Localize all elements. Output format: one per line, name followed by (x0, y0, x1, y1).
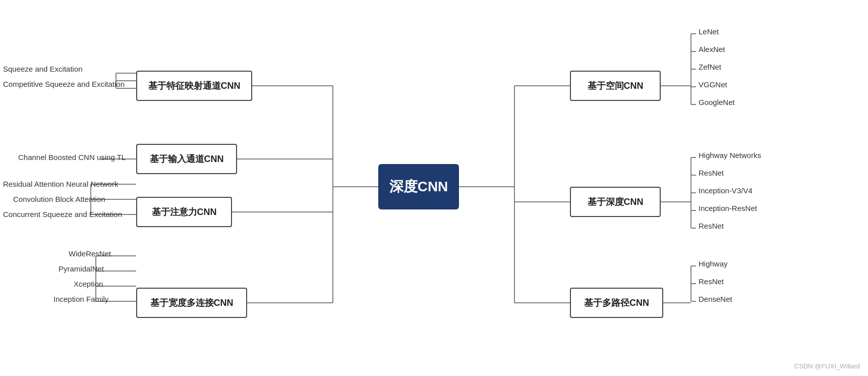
leaf-zefnet: ZefNet (699, 63, 721, 71)
leaf-squeeze-excitation: Squeeze and Excitation (3, 65, 83, 73)
box-attention-cnn: 基于注意力CNN (136, 197, 232, 227)
leaf-xception: Xception (74, 280, 103, 288)
leaf-lenet: LeNet (699, 27, 719, 36)
leaf-alexnet: AlexNet (699, 45, 725, 53)
box-deep-cnn: 基于深度CNN (570, 187, 661, 217)
leaf-competitive-squeeze: Competitive Squeeze and Excitation (3, 80, 125, 88)
mind-map-diagram: 深度CNN 基于特征映射通道CNN 基于输入通道CNN 基于注意力CNN 基于宽… (0, 0, 868, 376)
center-label: 深度CNN (389, 177, 448, 196)
center-node: 深度CNN (378, 164, 459, 209)
leaf-resnet-deep2: ResNet (699, 222, 724, 230)
leaf-channel-boosted: Channel Boosted CNN using TL (18, 153, 126, 162)
leaf-highway-networks: Highway Networks (699, 151, 761, 159)
watermark: CSDN @FUXI_Willard (794, 362, 860, 370)
leaf-inception-family: Inception Family (53, 295, 108, 303)
leaf-resnet-deep: ResNet (699, 169, 724, 177)
leaf-wideresnet: WideResNet (69, 249, 111, 258)
leaf-googlenet: GoogleNet (699, 98, 735, 106)
box-spatial-cnn: 基于空间CNN (570, 71, 661, 101)
leaf-residual-attention: Residual Attention Neural Network (3, 180, 118, 188)
box-multi-path-cnn: 基于多路径CNN (570, 288, 663, 318)
leaf-pyramidalnet: PyramidalNet (59, 264, 104, 273)
box-input-channel: 基于输入通道CNN (136, 144, 237, 174)
leaf-concurrent-squeeze: Concurrent Squeeze and Excitation (3, 210, 122, 219)
box-feature-channel: 基于特征映射通道CNN (136, 71, 252, 101)
leaf-inception-resnet: Inception-ResNet (699, 204, 757, 212)
leaf-conv-block-attention: Convolution Block Attention (13, 195, 105, 203)
leaf-inception-v3v4: Inception-V3/V4 (699, 186, 753, 195)
leaf-highway-multi: Highway (699, 259, 728, 268)
leaf-vggnet: VGGNet (699, 80, 727, 89)
leaf-densenet: DenseNet (699, 295, 732, 303)
box-wide-cnn: 基于宽度多连接CNN (136, 288, 247, 318)
leaf-resnet-multi: ResNet (699, 277, 724, 286)
